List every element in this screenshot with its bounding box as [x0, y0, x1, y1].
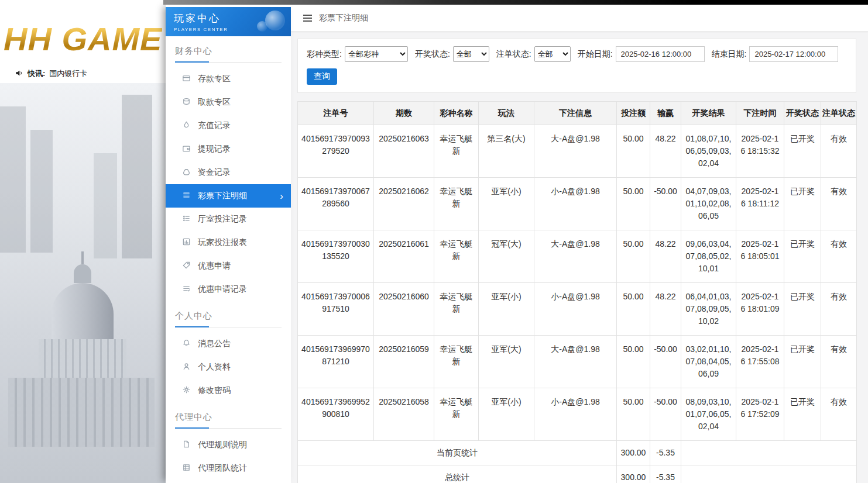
content: 彩种类型: 全部彩种 开奖状态: 全部 注单状态: 全部	[291, 32, 868, 483]
table-cell: 04,07,09,03,01,10,02,08,06,05	[681, 178, 736, 230]
table-cell: -50.00	[650, 336, 681, 388]
sidebar-item[interactable]: 彩票下注明细›	[166, 184, 291, 208]
sidebar-item[interactable]: 优惠申请记录	[166, 278, 291, 301]
sidebar-item-label: 资金记录	[198, 167, 231, 178]
table-row: 40156917396995290081020250216058幸运飞艇新亚军(…	[298, 388, 857, 441]
page-title: 彩票下注明细	[319, 13, 368, 23]
table-row: 40156917397009327952020250216063幸运飞艇新第三名…	[298, 125, 857, 178]
sidebar-item[interactable]: 个人资料	[166, 356, 291, 379]
table-row: 40156917396997087121020250216059幸运飞艇新亚军(…	[298, 336, 857, 388]
table-cell: 有效	[821, 283, 857, 336]
table-cell: 401569173969952900810	[298, 388, 374, 441]
sidebar-item-label: 消息公告	[198, 339, 231, 349]
cashout-record-icon	[182, 144, 191, 154]
summary-label: 总统计	[298, 465, 617, 483]
summary-empty	[681, 465, 857, 483]
sidebar-item[interactable]: 代理团队统计	[166, 457, 291, 480]
table-cell: 有效	[821, 336, 857, 388]
capitol-spire	[81, 251, 84, 264]
table-cell: 已开奖	[784, 336, 821, 388]
table-cell: 48.22	[650, 283, 681, 336]
start-date-input[interactable]	[616, 46, 705, 62]
main-area: 彩票下注明细 彩种类型: 全部彩种 开奖状态: 全部 注单状态:	[291, 5, 868, 483]
table-cell: 08,09,03,10,01,07,06,05,02,04	[681, 388, 736, 441]
sidebar-section-title: 个人中心	[175, 310, 282, 327]
search-button[interactable]: 查询	[307, 68, 337, 85]
table-header-row: 注单号期数彩种名称玩法下注信息投注额输赢开奖结果下注时间开奖状态注单状态	[298, 102, 857, 125]
sidebar-item-label: 个人资料	[198, 362, 231, 372]
end-date-label: 结束日期:	[712, 49, 747, 60]
funds-record-icon	[182, 167, 191, 178]
table-cell: 已开奖	[784, 388, 821, 441]
sidebar-item[interactable]: 消息公告	[166, 332, 291, 356]
promo-apply-icon	[182, 261, 191, 271]
draw-status-select[interactable]: 全部	[453, 46, 489, 62]
table-cell: 2025-02-16 18:05:01	[736, 230, 784, 283]
sidebar-item[interactable]: 取款专区	[166, 91, 291, 114]
sidebar-item[interactable]: 代理规则说明	[166, 433, 291, 457]
table-cell: 06,04,01,03,07,08,09,05,10,02	[681, 283, 736, 336]
table-cell: 2025-02-16 18:11:12	[736, 178, 784, 230]
sidebar-item-label: 玩家投注报表	[198, 237, 247, 248]
table-cell: 冠军(大)	[479, 230, 534, 283]
sidebar-item[interactable]: 厅室投注记录	[166, 208, 291, 231]
sidebar-item-label: 取款专区	[198, 97, 231, 108]
table-cell: 大-A盘@1.98	[534, 230, 617, 283]
column-header: 开奖结果	[681, 102, 736, 125]
sidebar-item-label: 充值记录	[198, 120, 231, 131]
column-header: 玩法	[479, 102, 534, 125]
top-dark-edge	[163, 0, 868, 5]
table-row: 40156917397006728956020250216062幸运飞艇新亚军(…	[298, 178, 857, 230]
table-cell: 大-A盘@1.98	[534, 336, 617, 388]
building-shape	[94, 153, 117, 258]
table-cell: 20250216062	[374, 178, 434, 230]
ticker-label: 快讯:	[28, 68, 45, 79]
table-cell: 幸运飞艇新	[434, 336, 479, 388]
player-center-header: 玩家中心 PLAYERS CENTER	[166, 7, 291, 36]
sidebar-item-label: 彩票下注明细	[198, 191, 247, 201]
table-cell: 亚军(大)	[479, 336, 534, 388]
menu-toggle-icon[interactable]	[303, 14, 313, 22]
table-cell: 48.22	[650, 230, 681, 283]
table-cell: 幸运飞艇新	[434, 230, 479, 283]
summary-win-total: -5.35	[650, 465, 681, 483]
sidebar-item[interactable]: 充值记录	[166, 114, 291, 137]
bet-status-select[interactable]: 全部	[534, 46, 571, 62]
table-cell: 有效	[821, 230, 857, 283]
table-cell: 50.00	[617, 125, 650, 178]
left-background-panel: HH GAME 快讯: 国内银行卡	[0, 0, 166, 483]
sidebar-item[interactable]: 资金记录	[166, 161, 291, 184]
sidebar-item[interactable]: 存款专区	[166, 67, 291, 91]
table-cell: 幸运飞艇新	[434, 178, 479, 230]
sidebar-item[interactable]: 玩家投注报表	[166, 231, 291, 254]
bets-table: 注单号期数彩种名称玩法下注信息投注额输赢开奖结果下注时间开奖状态注单状态 401…	[297, 101, 857, 483]
sidebar: 玩家中心 PLAYERS CENTER 财务中心存款专区取款专区充值记录提现记录…	[166, 5, 291, 483]
sidebar-item[interactable]: 提现记录	[166, 137, 291, 161]
withdraw-icon	[182, 97, 191, 108]
table-cell: 50.00	[617, 230, 650, 283]
summary-empty	[681, 441, 857, 465]
table-cell: 20250216058	[374, 388, 434, 441]
column-header: 彩种名称	[434, 102, 479, 125]
end-date-input[interactable]	[749, 46, 838, 62]
table-cell: 50.00	[617, 178, 650, 230]
agent-rules-icon	[182, 440, 191, 450]
building-shape	[122, 95, 152, 258]
column-header: 下注时间	[736, 102, 784, 125]
table-cell: 50.00	[617, 283, 650, 336]
table-row: 40156917397000691751020250216060幸运飞艇新亚军(…	[298, 283, 857, 336]
table-cell: 401569173970093279520	[298, 125, 374, 178]
lottery-type-select[interactable]: 全部彩种	[345, 46, 408, 62]
table-cell: 2025-02-16 17:55:08	[736, 336, 784, 388]
news-ticker: 快讯: 国内银行卡	[0, 64, 166, 83]
table-cell: 小-A盘@1.98	[534, 388, 617, 441]
table-cell: 亚军(小)	[479, 283, 534, 336]
table-cell: 已开奖	[784, 283, 821, 336]
sidebar-item[interactable]: 优惠申请	[166, 254, 291, 278]
agent-team-icon	[182, 463, 191, 474]
sidebar-item[interactable]: 修改密码	[166, 379, 291, 402]
bets-table-wrap: 注单号期数彩种名称玩法下注信息投注额输赢开奖结果下注时间开奖状态注单状态 401…	[297, 101, 856, 483]
table-cell: 401569173970067289560	[298, 178, 374, 230]
sidebar-section-title: 代理中心	[175, 412, 282, 429]
table-cell: 有效	[821, 178, 857, 230]
